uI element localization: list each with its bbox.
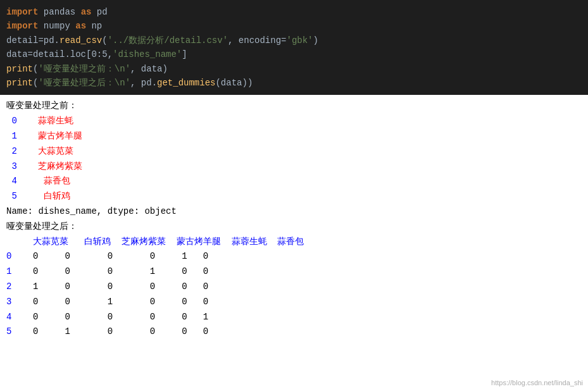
func-read-csv: read_csv (59, 35, 102, 46)
before-label: 哑变量处理之前： (6, 101, 77, 111)
module-pandas: pandas (38, 7, 80, 17)
idx-2: 2 (6, 146, 17, 156)
code-line-1: import pandas as pd (6, 5, 582, 19)
after-label-line: 哑变量处理之后： (6, 219, 582, 235)
keyword-import1: import (6, 7, 38, 17)
module-numpy: numpy (38, 21, 75, 31)
val-1: 蒙古烤羊腿 (17, 131, 83, 141)
str-path: '../数据分析/detail.csv' (108, 35, 228, 46)
code-line-6: print('哑变量处理之后：\n', pd.get_dummies(data)… (6, 76, 582, 90)
trow-vals-0: 0 0 0 0 1 0 (11, 251, 208, 261)
idx-4: 4 (6, 176, 17, 186)
before-row-4: 4 蒜香包 (6, 174, 582, 189)
code-line-5: print('哑变量处理之前：\n', data) (6, 62, 582, 76)
table-header-row: 大蒜苋菜 白斩鸡 芝麻烤紫菜 蒙古烤羊腿 蒜蓉生蚝 蒜香包 (6, 235, 582, 250)
before-label-line: 哑变量处理之前： (6, 99, 582, 114)
before-row-3: 3 芝麻烤紫菜 (6, 159, 582, 175)
trow-vals-5: 0 1 0 0 0 0 (11, 326, 208, 337)
val-5: 白斩鸡 (17, 191, 70, 201)
table-row-2: 2 1 0 0 0 0 0 (6, 280, 582, 295)
val-4: 蒜香包 (17, 176, 70, 186)
trow-vals-3: 0 0 1 0 0 0 (11, 297, 208, 307)
keyword-as1: as (81, 7, 92, 17)
table-row-5: 5 0 1 0 0 0 0 (6, 324, 582, 340)
table-row-4: 4 0 0 0 0 0 1 (6, 310, 582, 325)
before-row-1: 1 蒙古烤羊腿 (6, 129, 582, 144)
table-row-0: 0 0 0 0 0 1 0 (6, 249, 582, 264)
watermark: https://blog.csdn.net/linda_shi (491, 379, 583, 386)
func-print1: print (6, 64, 33, 74)
before-row-0: 0 蒜蓉生蚝 (6, 114, 582, 129)
after-label: 哑变量处理之后： (6, 221, 77, 232)
alias-pd: pd (91, 7, 107, 17)
before-row-2: 2 大蒜苋菜 (6, 144, 582, 159)
idx-1: 1 (6, 131, 17, 141)
comma1: , encoding= (228, 35, 286, 46)
code-line-4: data=detail.loc[0:5,'dishes_name'] (6, 47, 582, 61)
str-after-label: '哑变量处理之后：\n' (38, 78, 130, 88)
keyword-import2: import (6, 21, 38, 31)
comma3: , pd. (130, 78, 157, 88)
trow-vals-1: 0 0 0 1 0 0 (11, 266, 208, 276)
idx-5: 5 (6, 191, 17, 201)
paren-close1: ) (313, 35, 318, 46)
val-0: 蒜蓉生蚝 (17, 116, 74, 126)
code-line-2: import numpy as np (6, 19, 582, 33)
val-3: 芝麻烤紫菜 (17, 161, 83, 171)
trow-vals-2: 1 0 0 0 0 0 (11, 281, 208, 292)
comma2: , data) (130, 64, 168, 74)
bracket-close1: ] (182, 49, 187, 59)
idx-0: 0 (6, 116, 17, 126)
val-2: 大蒜苋菜 (17, 146, 74, 156)
code-line-3: detail=pd.read_csv('../数据分析/detail.csv',… (6, 34, 582, 47)
func-get-dummies: get_dummies (157, 78, 215, 88)
page-wrapper: import pandas as pd import numpy as np d… (0, 0, 588, 389)
func-print2: print (6, 78, 33, 88)
str-before-label: '哑变量处理之前：\n' (38, 64, 130, 74)
table-row-1: 1 0 0 0 1 0 0 (6, 264, 582, 280)
output-section: 哑变量处理之前： 0 蒜蓉生蚝 1 蒙古烤羊腿 2 大蒜苋菜 3 芝麻烤紫菜 4… (0, 95, 588, 343)
before-row-5: 5 白斩鸡 (6, 189, 582, 204)
idx-3: 3 (6, 161, 17, 171)
keyword-as2: as (75, 21, 86, 31)
table-header: 大蒜苋菜 白斩鸡 芝麻烤紫菜 蒙古烤羊腿 蒜蓉生蚝 蒜香包 (6, 237, 304, 247)
trow-vals-4: 0 0 0 0 0 1 (11, 312, 208, 322)
var-detail: detail=pd. (6, 35, 59, 46)
code-section: import pandas as pd import numpy as np d… (0, 0, 588, 95)
str-encoding: 'gbk' (286, 35, 313, 46)
alias-np: np (86, 21, 102, 31)
meta-line: Name: dishes_name, dtype: object (6, 204, 582, 219)
paren-open1: ( (102, 35, 107, 46)
paren4: (data)) (215, 78, 253, 88)
table-row-3: 3 0 0 1 0 0 0 (6, 295, 582, 310)
str-dishes-name: 'dishes_name' (113, 49, 182, 59)
var-data-assign: data=detail.loc[0:5, (6, 49, 113, 59)
